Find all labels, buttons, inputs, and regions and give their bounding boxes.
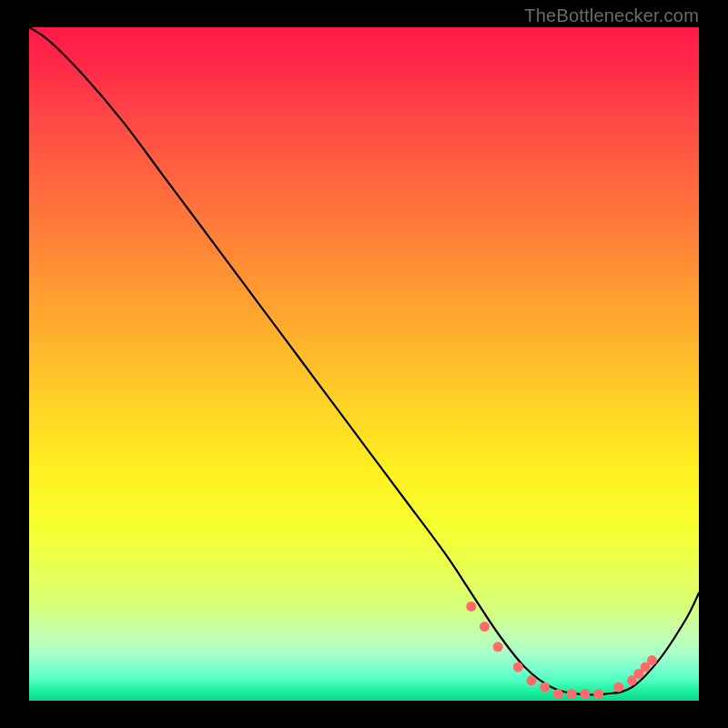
highlight-point [613,682,623,693]
bottleneck-curve-path [29,27,699,695]
highlight-point [553,689,563,699]
plot-area [29,27,699,701]
curve-layer [29,27,699,701]
highlight-point [466,602,476,612]
highlight-point [580,689,590,699]
highlight-point [567,689,577,699]
highlight-point [647,655,657,665]
highlight-markers [466,602,657,699]
highlight-point [480,622,490,632]
highlight-point [527,675,537,685]
watermark-text: TheBottlenecker.com [524,5,699,26]
highlight-point [540,682,550,693]
chart-stage: TheBottlenecker.com [0,0,728,728]
highlight-point [493,642,503,652]
highlight-point [593,689,603,699]
highlight-point [513,662,523,672]
